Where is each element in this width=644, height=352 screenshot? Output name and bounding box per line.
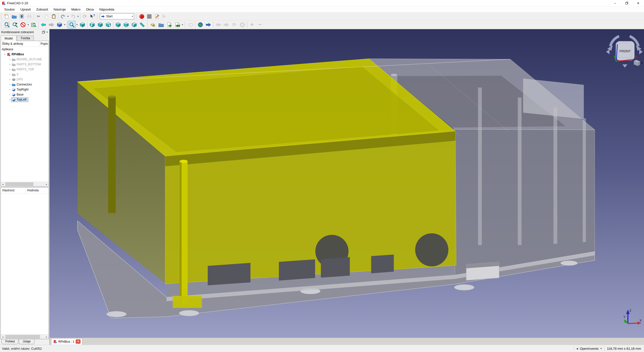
zoom-out-button[interactable]: − (256, 21, 264, 28)
view-bottom-button[interactable] (122, 21, 130, 28)
tree-item-topleft[interactable]: › TopLeft (1, 97, 49, 102)
scroll-right-icon[interactable]: ▸ (45, 183, 49, 186)
pan-down-arrow[interactable] (622, 64, 627, 68)
expander-icon[interactable]: › (8, 63, 11, 66)
tab-pohled[interactable]: Pohled (2, 339, 18, 344)
document-tab-rpi4box[interactable]: RPi4Box : 1 × (51, 338, 83, 345)
expander-icon[interactable]: › (8, 78, 11, 81)
zoom-in-button[interactable]: + (248, 21, 256, 28)
tab-model[interactable]: Model (1, 35, 17, 41)
macro-record-button[interactable] (138, 13, 145, 20)
tab-tvorba[interactable]: Tvorba (17, 35, 34, 41)
mini-cube-dropdown-icon[interactable] (640, 62, 643, 64)
expander-icon[interactable]: › (8, 83, 11, 86)
nav-forward-button[interactable] (47, 21, 55, 28)
tree-item-base[interactable]: › Base (1, 92, 49, 97)
draw-style-dropdown[interactable]: ▾ (27, 23, 29, 26)
view-left-button[interactable] (130, 21, 138, 28)
view-isometric-button[interactable] (55, 21, 63, 28)
macro-edit-button[interactable] (153, 13, 160, 20)
paste-button[interactable] (50, 13, 57, 20)
redo-dropdown[interactable]: ▾ (77, 15, 79, 18)
column-description[interactable]: Popis (39, 42, 49, 46)
expander-icon[interactable]: › (8, 98, 11, 101)
macro-stop-button[interactable] (145, 13, 153, 20)
nav-cube-front-label[interactable]: FRONT (620, 49, 631, 53)
pan-right-arrow[interactable] (639, 49, 643, 54)
open-browser-button[interactable] (204, 21, 212, 28)
scroll-left-icon[interactable]: ◂ (1, 336, 5, 338)
toolbar-grip[interactable] (1, 14, 2, 19)
3d-viewport[interactable]: FRONT Z X (50, 29, 644, 338)
tree-item-dps[interactable]: › DPS (1, 77, 49, 82)
toolbar-grip[interactable] (184, 22, 185, 27)
menu-soubor[interactable]: Soubor (2, 7, 18, 12)
minimize-button[interactable]: – (609, 0, 621, 6)
column-labels[interactable]: Štítky & atributy (1, 41, 39, 47)
make-link-button[interactable] (165, 21, 173, 28)
expander-icon[interactable]: › (8, 73, 11, 76)
expander-icon[interactable]: › (8, 93, 11, 96)
web-ellipse-button[interactable] (186, 21, 194, 28)
fit-all-button[interactable] (3, 21, 11, 28)
menu-nastroje[interactable]: Nástroje (51, 7, 68, 12)
selection-bbox-button[interactable] (29, 21, 37, 28)
panel-title-bar[interactable]: Kombinované zobrazení × (0, 29, 49, 35)
print-button[interactable] (25, 13, 33, 20)
view-front-button[interactable] (88, 21, 96, 28)
sub-link-dropdown[interactable]: ▾ (181, 23, 184, 26)
refresh-button[interactable]: ⟳ (81, 13, 89, 20)
macro-play-button[interactable] (160, 13, 168, 20)
model-foot[interactable] (106, 311, 127, 317)
workbench-selector[interactable]: Start ▾ (100, 13, 134, 19)
view-rear-button[interactable] (114, 21, 122, 28)
nav-back-button[interactable] (39, 21, 47, 28)
zoom-tool-dropdown[interactable]: ▾ (76, 23, 78, 26)
tree-item-parts-bottom[interactable]: › PARTS_BOTTOM (1, 62, 49, 67)
group-create-button[interactable] (157, 21, 165, 28)
view-isometric-dropdown[interactable]: ▾ (63, 23, 66, 26)
view-top-button[interactable] (96, 21, 104, 28)
cut-button[interactable]: ✂ (35, 13, 42, 20)
rpi4box-model[interactable] (50, 29, 644, 338)
model-foot[interactable] (179, 310, 199, 316)
model-right-face[interactable] (454, 129, 595, 275)
toolbar-grip[interactable] (136, 14, 137, 19)
view-right-button[interactable] (104, 21, 112, 28)
menu-okna[interactable]: Okna (83, 7, 97, 12)
expander-expanded-icon[interactable]: › (3, 53, 7, 56)
scroll-left-icon[interactable]: ◂ (1, 183, 5, 186)
model-foot[interactable] (560, 260, 578, 266)
tree-item-board-outline[interactable]: › BOARD_OUTLINE (1, 57, 49, 62)
measure-distance-button[interactable] (138, 21, 146, 28)
toolbar-grip[interactable] (147, 22, 148, 27)
toolbar-grip[interactable] (1, 22, 2, 27)
draw-style-button[interactable] (19, 21, 27, 28)
browser-stop-button[interactable] (238, 21, 246, 28)
expander-icon[interactable]: › (8, 58, 11, 61)
scrollbar-track[interactable] (5, 335, 45, 339)
close-panel-icon[interactable]: × (46, 30, 48, 34)
new-file-button[interactable] (3, 13, 10, 20)
copy-button[interactable] (42, 13, 50, 20)
make-sub-link-button[interactable] (173, 21, 181, 28)
toolbar-grip[interactable] (97, 14, 98, 19)
menu-upravit[interactable]: Upravit (18, 7, 33, 12)
close-button[interactable]: × (632, 0, 644, 6)
open-file-button[interactable] (10, 13, 18, 20)
restore-button[interactable] (621, 0, 632, 6)
redo-button[interactable] (69, 13, 77, 20)
tree-horizontal-scrollbar[interactable]: ◂ ▸ (1, 182, 49, 186)
expander-icon[interactable]: › (8, 88, 11, 91)
scroll-right-icon[interactable]: ▸ (45, 336, 49, 338)
fit-selection-button[interactable] (11, 21, 19, 28)
zoom-tool-button[interactable] (68, 21, 76, 28)
document-tab-close-icon[interactable]: × (76, 339, 80, 344)
browser-forward-button[interactable] (222, 21, 230, 28)
pan-left-arrow[interactable] (606, 49, 610, 54)
web-globe-button[interactable] (196, 21, 204, 28)
nav-cube-menu[interactable] (634, 60, 643, 66)
menu-makro[interactable]: Makro (69, 7, 83, 12)
menu-napoveda[interactable]: Nápověda (97, 7, 117, 12)
navigation-cube[interactable]: FRONT Z X (605, 31, 643, 68)
